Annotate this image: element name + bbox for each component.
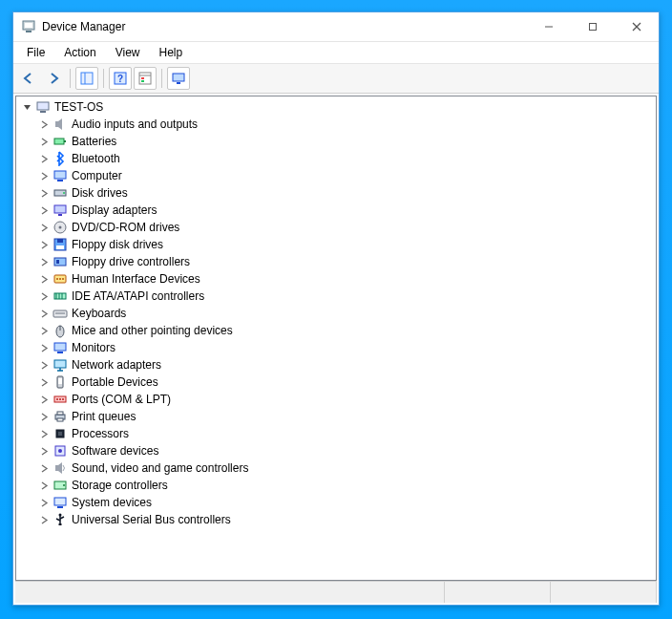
svg-rect-34 — [56, 260, 59, 264]
hid-icon — [52, 271, 68, 287]
svg-point-36 — [56, 278, 58, 280]
maximize-button[interactable] — [571, 12, 615, 41]
chevron-down-icon[interactable] — [20, 100, 33, 114]
svg-rect-20 — [54, 139, 64, 144]
chevron-right-icon[interactable] — [37, 255, 51, 268]
tree-category-node[interactable]: Mice and other pointing devices — [18, 322, 656, 339]
tree-category-node[interactable]: Network adapters — [18, 356, 656, 374]
chevron-right-icon[interactable] — [37, 410, 51, 423]
svg-point-38 — [62, 278, 64, 280]
tree-category-node[interactable]: System devices — [18, 494, 656, 511]
tree-category-node[interactable]: Audio inputs and outputs — [18, 116, 656, 133]
tree-category-node[interactable]: IDE ATA/ATAPI controllers — [18, 288, 656, 305]
menu-file[interactable]: File — [17, 44, 54, 61]
tree-category-node[interactable]: Software devices — [18, 442, 656, 459]
tree-root-node[interactable]: TEST-OS — [18, 98, 656, 116]
tree-category-label: Sound, video and game controllers — [72, 461, 248, 475]
tree-category-node[interactable]: Batteries — [18, 133, 656, 150]
chevron-right-icon[interactable] — [37, 479, 51, 492]
chevron-right-icon[interactable] — [37, 444, 51, 458]
tree-category-node[interactable]: Bluetooth — [18, 150, 656, 167]
svg-rect-65 — [55, 465, 58, 471]
mouse-icon — [52, 323, 68, 338]
tree-category-label: Batteries — [72, 135, 116, 148]
display-adapter-icon — [52, 203, 68, 218]
chevron-right-icon[interactable] — [37, 393, 51, 406]
chevron-right-icon[interactable] — [37, 221, 51, 234]
computer-small-icon — [35, 99, 51, 115]
svg-rect-4 — [590, 24, 597, 31]
chevron-right-icon[interactable] — [37, 513, 51, 526]
tree-category-label: Keyboards — [72, 307, 126, 320]
toolbar-scan-button[interactable] — [167, 67, 190, 90]
disk-icon — [52, 185, 68, 201]
toolbar-show-tree-button[interactable] — [75, 67, 98, 90]
menu-help[interactable]: Help — [150, 44, 193, 61]
client-area: TEST-OS Audio inputs and outputsBatterie… — [13, 94, 659, 605]
chevron-right-icon[interactable] — [37, 341, 51, 354]
toolbar-help-button[interactable]: ? — [109, 67, 132, 90]
chevron-right-icon[interactable] — [37, 238, 51, 251]
tree-category-node[interactable]: Monitors — [18, 339, 656, 356]
portable-icon — [52, 374, 68, 390]
chevron-right-icon[interactable] — [37, 186, 51, 200]
menu-view[interactable]: View — [106, 44, 150, 61]
chevron-right-icon[interactable] — [37, 272, 51, 286]
tree-category-node[interactable]: Floppy disk drives — [18, 236, 656, 253]
tree-category-node[interactable]: Keyboards — [18, 305, 656, 322]
statusbar-cell — [551, 582, 657, 603]
device-tree[interactable]: TEST-OS Audio inputs and outputsBatterie… — [15, 96, 657, 581]
tree-category-label: Disk drives — [72, 186, 128, 200]
svg-point-55 — [56, 398, 58, 400]
tree-category-node[interactable]: Human Interface Devices — [18, 270, 656, 288]
svg-rect-72 — [59, 523, 62, 525]
tree-category-node[interactable]: Disk drives — [18, 184, 656, 202]
tree-category-node[interactable]: Display adapters — [18, 202, 656, 219]
tree-category-node[interactable]: Universal Serial Bus controllers — [18, 511, 656, 528]
chevron-right-icon[interactable] — [37, 375, 51, 389]
tree-category-label: Portable Devices — [72, 375, 158, 389]
chevron-right-icon[interactable] — [37, 203, 51, 217]
chevron-right-icon[interactable] — [37, 169, 51, 182]
chevron-right-icon[interactable] — [37, 135, 51, 148]
printer-icon — [52, 409, 68, 424]
svg-rect-17 — [37, 102, 49, 110]
tree-category-label: Software devices — [72, 444, 158, 458]
tree-category-node[interactable]: Floppy drive controllers — [18, 253, 656, 270]
tree-category-node[interactable]: Ports (COM & LPT) — [18, 391, 656, 408]
chevron-right-icon[interactable] — [37, 496, 51, 509]
toolbar-properties-button[interactable] — [134, 67, 157, 90]
tree-category-node[interactable]: Portable Devices — [18, 374, 656, 391]
tree-category-node[interactable]: Print queues — [18, 408, 656, 425]
svg-point-56 — [59, 398, 61, 400]
system-icon — [52, 495, 68, 510]
usb-icon — [52, 512, 68, 527]
tree-category-label: IDE ATA/ATAPI controllers — [72, 289, 204, 303]
svg-rect-18 — [40, 111, 46, 113]
tree-category-node[interactable]: DVD/CD-ROM drives — [18, 219, 656, 236]
tree-category-node[interactable]: Storage controllers — [18, 477, 656, 494]
toolbar-forward-button[interactable] — [42, 67, 65, 90]
toolbar-back-button[interactable] — [17, 67, 40, 90]
chevron-right-icon[interactable] — [37, 289, 51, 303]
chevron-right-icon[interactable] — [37, 461, 51, 475]
chevron-right-icon[interactable] — [37, 358, 51, 372]
tree-category-node[interactable]: Computer — [18, 167, 656, 184]
tree-category-node[interactable]: Processors — [18, 425, 656, 442]
menu-action[interactable]: Action — [54, 44, 105, 61]
chevron-right-icon[interactable] — [37, 427, 51, 440]
toolbar-separator — [70, 69, 71, 88]
chevron-right-icon[interactable] — [37, 152, 51, 165]
svg-rect-31 — [57, 239, 63, 243]
tree-category-node[interactable]: Sound, video and game controllers — [18, 459, 656, 477]
minimize-button[interactable] — [527, 12, 571, 41]
svg-rect-33 — [54, 258, 66, 266]
ide-icon — [52, 288, 68, 304]
close-button[interactable] — [615, 12, 659, 41]
svg-point-64 — [58, 449, 62, 453]
chevron-right-icon[interactable] — [37, 117, 51, 131]
chevron-right-icon[interactable] — [37, 324, 51, 337]
tree-category-label: Human Interface Devices — [72, 272, 200, 286]
chevron-right-icon[interactable] — [37, 307, 51, 320]
svg-rect-21 — [64, 140, 66, 142]
